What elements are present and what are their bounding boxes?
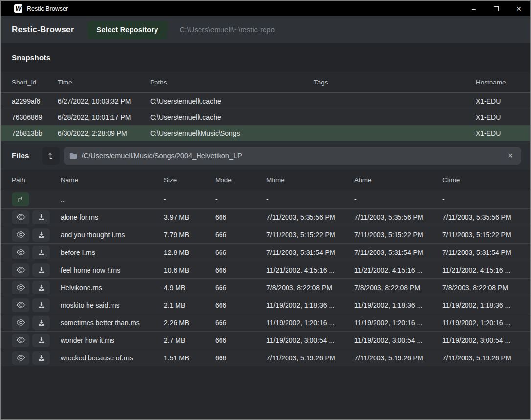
eye-icon: [16, 249, 25, 256]
download-icon: [37, 336, 45, 344]
up-directory-button[interactable]: [12, 192, 29, 206]
files-col-mode: Mode: [215, 176, 266, 184]
file-ctime: 11/19/2002, 3:00:54 ...: [442, 336, 519, 344]
files-col-ctime: Ctime: [442, 176, 519, 184]
snapshot-short-id: 72b813bb: [12, 129, 58, 137]
files-col-atime: Atime: [354, 176, 442, 184]
eye-icon: [16, 336, 25, 344]
preview-file-button[interactable]: [12, 246, 29, 259]
file-row[interactable]: moskito he said.rns2.1 MB66611/19/2002, …: [1, 296, 530, 314]
download-file-button[interactable]: [32, 351, 50, 365]
download-file-button[interactable]: [32, 298, 50, 312]
file-ctime: 7/11/2003, 5:31:54 PM: [442, 249, 519, 256]
root-arrow-icon: [46, 151, 55, 160]
preview-file-button[interactable]: [12, 334, 29, 347]
file-name: and you thought I.rns: [61, 231, 164, 239]
minimize-button[interactable]: –: [463, 1, 485, 16]
close-icon: ✕: [516, 5, 522, 13]
snapshots-section-header: Snapshots: [1, 43, 530, 72]
file-row[interactable]: wonder how it.rns2.7 MB66611/19/2002, 3:…: [1, 331, 530, 349]
download-file-button[interactable]: [32, 210, 50, 224]
file-mtime: 11/21/2002, 4:15:16 ...: [266, 266, 354, 274]
download-icon: [37, 354, 45, 362]
snapshots-heading: Snapshots: [12, 53, 50, 62]
file-name: moskito he said.rns: [61, 301, 164, 309]
file-ctime: 11/19/2002, 1:20:16 ...: [442, 319, 519, 327]
snapshot-row[interactable]: 76306869 6/28/2022, 10:01:17 PM C:\Users…: [1, 109, 530, 125]
file-mode: 666: [215, 336, 266, 344]
file-atime: 11/19/2002, 3:00:54 ...: [354, 336, 442, 344]
goto-root-button[interactable]: [42, 147, 60, 165]
file-atime: 7/11/2003, 5:31:54 PM: [354, 249, 442, 256]
file-size: 7.79 MB: [164, 231, 215, 239]
preview-file-button[interactable]: [12, 298, 29, 312]
download-file-button[interactable]: [32, 334, 50, 347]
snapshots-table-header: Short_id Time Paths Tags Hostname: [1, 72, 530, 93]
preview-file-button[interactable]: [12, 281, 29, 294]
window-controls: – ✕: [463, 1, 530, 16]
snapshots-col-tags: Tags: [314, 79, 476, 86]
download-file-button[interactable]: [32, 228, 50, 242]
download-file-button[interactable]: [32, 246, 50, 259]
file-ctime: 11/19/2002, 1:18:36 ...: [442, 301, 519, 309]
file-row[interactable]: Helvikone.rns4.9 MB6667/8/2003, 8:22:08 …: [1, 278, 530, 296]
file-name: Helvikone.rns: [61, 284, 164, 292]
file-row[interactable]: before I.rns12.8 MB6667/11/2003, 5:31:54…: [1, 243, 530, 261]
preview-file-button[interactable]: [12, 351, 29, 365]
file-atime: 7/11/2003, 5:35:56 PM: [354, 213, 442, 221]
files-heading: Files: [12, 151, 29, 160]
file-mode: 666: [215, 266, 266, 274]
select-repository-button[interactable]: Select Repository: [87, 21, 168, 39]
files-section-header: Files /C/Users/emuell/Music/Songs/2004_H…: [1, 141, 530, 170]
snapshots-col-time: Time: [58, 79, 150, 86]
file-ctime: 7/11/2003, 5:19:26 PM: [442, 354, 519, 362]
snapshots-col-paths: Paths: [150, 79, 314, 86]
preview-file-button[interactable]: [12, 228, 29, 242]
file-mtime: 11/19/2002, 1:18:36 ...: [266, 301, 354, 309]
download-icon: [37, 284, 45, 292]
files-table-header: Path Name Size Mode Mtime Atime Ctime: [1, 170, 530, 190]
file-mtime: 7/8/2003, 8:22:08 PM: [266, 284, 354, 292]
file-row[interactable]: wrecked because of.rns1.51 MB6667/11/200…: [1, 349, 530, 366]
up-right-arrow-icon: [16, 195, 25, 204]
parent-directory-row[interactable]: .. - - - - -: [1, 190, 530, 208]
eye-icon: [16, 266, 25, 273]
preview-file-button[interactable]: [12, 210, 29, 224]
maximize-button[interactable]: [485, 1, 508, 16]
file-mtime: 11/19/2002, 3:00:54 ...: [266, 336, 354, 344]
download-file-button[interactable]: [32, 263, 50, 277]
file-atime: 11/21/2002, 4:15:16 ...: [354, 266, 442, 274]
snapshot-time: 6/28/2022, 10:01:17 PM: [58, 113, 150, 121]
repository-path: C:\Users\emuell\~\restic-repo: [179, 25, 275, 34]
restic-browser-window: W Restic Browser – ✕ Restic-Browser Sele…: [0, 0, 531, 420]
files-col-name: Name: [61, 176, 164, 184]
file-size: 2.7 MB: [164, 336, 215, 344]
snapshot-hostname: X1-EDU: [476, 113, 519, 121]
file-name: ..: [61, 195, 164, 203]
download-icon: [37, 249, 45, 256]
file-mode: 666: [215, 284, 266, 292]
download-file-button[interactable]: [32, 316, 50, 330]
snapshot-paths: C:\Users\emuell\Music\Songs: [150, 129, 314, 137]
file-row[interactable]: alone for.rns3.97 MB6667/11/2003, 5:35:5…: [1, 208, 530, 226]
clear-path-button[interactable]: ✕: [505, 151, 515, 160]
files-path-breadcrumb[interactable]: /C/Users/emuell/Music/Songs/2004_Helveti…: [64, 147, 521, 165]
folder-icon: [69, 152, 77, 159]
preview-file-button[interactable]: [12, 263, 29, 277]
clear-icon: ✕: [507, 151, 513, 160]
snapshot-row[interactable]: a2299af6 6/27/2022, 10:03:32 PM C:\Users…: [1, 93, 530, 109]
file-atime: 7/11/2003, 5:15:22 PM: [354, 231, 442, 239]
file-size: 12.8 MB: [164, 249, 215, 256]
snapshot-row-selected[interactable]: 72b813bb 6/30/2022, 2:28:09 PM C:\Users\…: [1, 125, 530, 141]
preview-file-button[interactable]: [12, 316, 29, 330]
file-mode: -: [215, 195, 266, 203]
file-row[interactable]: and you thought I.rns7.79 MB6667/11/2003…: [1, 226, 530, 243]
snapshots-col-hostname: Hostname: [476, 79, 519, 86]
eye-icon: [16, 213, 25, 221]
download-file-button[interactable]: [32, 281, 50, 294]
file-row[interactable]: sometimes better than.rns2.26 MB66611/19…: [1, 314, 530, 331]
close-button[interactable]: ✕: [508, 1, 530, 16]
file-row[interactable]: feel home now !.rns10.6 MB66611/21/2002,…: [1, 261, 530, 278]
file-atime: -: [354, 195, 442, 203]
file-size: 2.1 MB: [164, 301, 215, 309]
